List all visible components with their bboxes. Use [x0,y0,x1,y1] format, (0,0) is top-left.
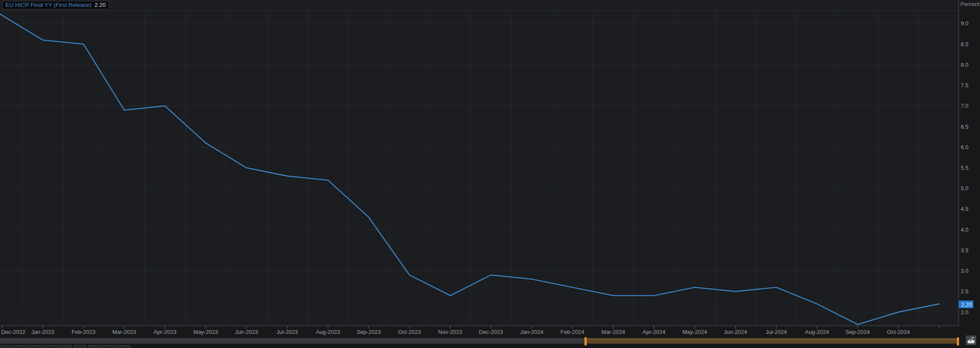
x-axis-label: Nov-2023 [438,329,462,335]
y-axis-label: 6.0 [961,144,968,150]
x-axis-label: Aug-2024 [805,329,829,335]
y-axis-label: 3.5 [961,247,968,254]
x-axis-label: Oct-2024 [887,329,910,335]
x-axis-label: Jun-2024 [724,329,747,335]
bottom-tab-stub[interactable] [103,345,115,348]
y-axis-label: 4.5 [961,206,968,212]
x-axis-label: Feb-2023 [71,329,95,335]
bottom-tab-stub[interactable] [30,345,43,348]
last-value-badge-label: 2.20 [961,301,972,308]
y-axis-label: 9.0 [961,20,968,27]
x-axis-label: May-2024 [682,329,707,335]
y-axis-label: 8.5 [961,41,968,47]
x-axis-label: Jul-2023 [277,329,298,335]
y-axis-label: 5.0 [961,185,968,192]
bottom-tab-stub[interactable] [44,345,57,348]
y-axis-label: 4.0 [961,227,968,233]
x-axis-label: May-2023 [193,329,218,335]
x-axis-label: Jul-2024 [765,329,787,335]
plot-area [0,0,959,326]
x-axis-label: Dec-2022 [1,329,25,335]
range-selector-track[interactable] [0,338,584,344]
x-axis-label: Mar-2024 [601,329,625,335]
x-axis-label: Feb-2024 [561,329,584,335]
y-axis-label: 8.0 [961,62,968,68]
chart-jump-to-latest-icon [967,337,975,344]
x-axis-label: Sep-2024 [846,329,870,335]
range-start-handle[interactable] [584,337,587,345]
bottom-tab-stub[interactable] [88,345,101,348]
x-axis-label: Oct-2023 [398,329,421,335]
y-axis-label: 5.5 [961,165,968,171]
range-end-handle[interactable] [957,337,959,345]
x-axis-label: Jun-2023 [235,329,258,335]
y-axis-title: Percent [960,1,980,7]
x-axis-label: Dec-2023 [479,329,503,335]
bottom-tab-stub[interactable] [15,345,28,348]
x-axis-label: Jan-2023 [31,329,54,335]
bottom-tab-stub[interactable] [1,345,14,348]
series-legend[interactable]: EU HICP Final YY (First Release)2.20 [2,1,109,9]
bottom-tab-stub[interactable] [74,345,86,348]
series-legend-label: EU HICP Final YY (First Release) [6,2,92,8]
x-axis-label: Apr-2024 [643,329,665,335]
y-axis-label: 3.0 [961,268,968,274]
bottom-tab-stub[interactable] [117,345,130,348]
y-axis-label: 2.5 [961,288,968,295]
y-axis-label: 2.0 [961,309,968,316]
bottom-tab-stub[interactable] [59,345,72,348]
y-axis-label: 6.5 [961,124,968,130]
range-selected-region[interactable] [587,338,957,344]
x-axis-label: Aug-2023 [316,329,340,335]
x-axis-label: Apr-2023 [153,329,176,335]
jump-to-latest-button[interactable] [966,336,976,345]
x-axis-label: Jan-2024 [520,329,543,335]
series-legend-value: 2.20 [94,2,106,8]
x-axis-label: Mar-2023 [112,329,136,335]
x-axis-label: Sep-2023 [357,329,381,335]
y-axis-label: 7.5 [961,82,968,88]
y-axis-label: 7.0 [961,103,968,109]
chart-canvas[interactable]: Dec-2022Jan-2023Feb-2023Mar-2023Apr-2023… [0,0,980,336]
